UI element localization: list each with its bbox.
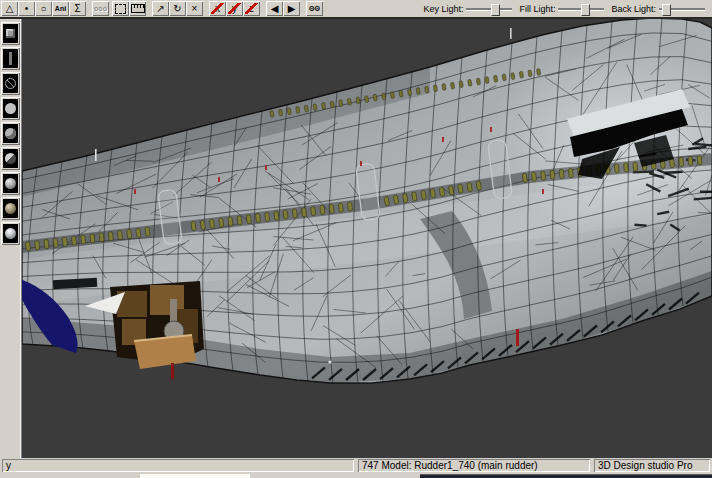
render-mode-smooth-shaded[interactable] xyxy=(1,172,20,195)
measure-ruler-button[interactable] xyxy=(129,1,146,16)
ruler-icon xyxy=(131,4,145,13)
render-mode-flat-shaded-icon xyxy=(5,128,16,139)
model-canvas[interactable] xyxy=(22,19,712,458)
circle-tool-icon: ○ xyxy=(40,4,46,14)
scale-view-icon: × xyxy=(192,4,198,14)
render-mode-wireframe-face xyxy=(3,74,18,93)
previous-icon: ◀ xyxy=(271,4,279,14)
render-mode-hidden-line-face xyxy=(3,99,18,118)
red-slash-overlay xyxy=(245,3,258,14)
render-mode-smooth-shaded-icon xyxy=(5,178,16,189)
key-light-control: Key Light: xyxy=(423,4,512,14)
lights-icon: ooo xyxy=(94,5,107,12)
fill-light-thumb[interactable] xyxy=(581,4,590,16)
lights-button[interactable]: ooo xyxy=(92,1,109,16)
red-slash-overlay xyxy=(228,3,241,14)
white-speck xyxy=(328,360,331,363)
fill-light-label: Fill Light: xyxy=(519,4,555,14)
render-mode-flat-shaded-face xyxy=(3,124,18,143)
back-light-control: Back Light: xyxy=(611,4,705,14)
red-slash-overlay xyxy=(211,3,224,14)
fill-light-control: Fill Light: xyxy=(519,4,604,14)
render-mode-bounding-box-icon xyxy=(6,29,15,38)
statusbar-model-text: 747 Model: Rudder1_740 (main rudder) xyxy=(362,460,538,471)
lock-z-axis-button[interactable]: z xyxy=(243,1,260,16)
sigma-tool-icon: Σ xyxy=(74,4,80,14)
render-mode-bounding-box[interactable] xyxy=(1,22,20,45)
triangle-tool-icon: △ xyxy=(6,4,14,14)
select-region-button[interactable] xyxy=(112,1,129,16)
point-tool-button[interactable]: • xyxy=(18,1,35,16)
red-antenna-left xyxy=(171,363,174,379)
render-mode-bounding-box-face xyxy=(3,24,18,43)
statusbar-coordinate-label: y xyxy=(6,460,11,471)
render-mode-half-shaded-face xyxy=(3,149,18,168)
circle-tool-button[interactable]: ○ xyxy=(35,1,52,16)
triangle-tool-button[interactable]: △ xyxy=(1,1,18,16)
pan-view-button[interactable]: ↗ xyxy=(152,1,169,16)
render-mode-textured[interactable] xyxy=(1,197,20,220)
find-binoculars-button[interactable]: ʘʘ xyxy=(306,1,323,16)
render-mode-smooth-shaded-face xyxy=(3,174,18,193)
lock-x-axis-button[interactable]: x xyxy=(209,1,226,16)
lock-y-axis-button[interactable]: y xyxy=(226,1,243,16)
render-mode-textured-face xyxy=(3,199,18,218)
viewport-3d[interactable] xyxy=(22,19,712,458)
render-mode-wireframe-icon xyxy=(5,78,16,89)
render-mode-points-icon xyxy=(9,52,12,65)
find-binoculars-icon: ʘʘ xyxy=(309,5,320,12)
render-mode-half-shaded-icon xyxy=(5,153,16,164)
sigma-tool-button[interactable]: Σ xyxy=(69,1,86,16)
render-mode-points[interactable] xyxy=(1,47,20,70)
background-window-strip xyxy=(0,474,712,478)
rotate-view-icon: ↻ xyxy=(173,4,181,14)
back-light-label: Back Light: xyxy=(611,4,656,14)
back-light-track[interactable] xyxy=(659,8,705,10)
key-light-thumb[interactable] xyxy=(491,4,500,16)
statusbar-coordinate-panel: y xyxy=(2,459,354,472)
back-light-thumb[interactable] xyxy=(662,4,671,16)
render-mode-half-shaded[interactable] xyxy=(1,147,20,170)
previous-button[interactable]: ◀ xyxy=(266,1,283,16)
render-mode-flat-shaded[interactable] xyxy=(1,122,20,145)
background-window-light xyxy=(140,474,250,478)
next-icon: ▶ xyxy=(288,4,296,14)
render-mode-textured-icon xyxy=(5,203,16,214)
red-antenna-right xyxy=(516,329,519,346)
point-tool-icon: • xyxy=(25,4,29,14)
render-mode-hidden-line-icon xyxy=(5,103,16,114)
animation-tool-icon: Ani xyxy=(55,5,66,12)
toolbar-buttons: △•○AniΣooo↗↻×xyz◀▶ʘʘ xyxy=(1,1,323,16)
key-light-label: Key Light: xyxy=(423,4,463,14)
statusbar: y 747 Model: Rudder1_740 (main rudder) 3… xyxy=(0,458,712,474)
render-mode-points-face xyxy=(3,49,18,68)
statusbar-app-panel: 3D Design studio Pro xyxy=(594,459,710,472)
key-light-track[interactable] xyxy=(466,8,512,10)
pan-view-icon: ↗ xyxy=(156,4,164,14)
render-mode-toolbar xyxy=(0,19,22,458)
dashed-selection-icon xyxy=(115,4,126,14)
main-toolbar: △•○AniΣooo↗↻×xyz◀▶ʘʘ Key Light:Fill Ligh… xyxy=(0,0,712,19)
scale-view-button[interactable]: × xyxy=(186,1,203,16)
render-mode-wireframe[interactable] xyxy=(1,72,20,95)
render-mode-textured-lit[interactable] xyxy=(1,222,20,245)
rotate-view-button[interactable]: ↻ xyxy=(169,1,186,16)
next-button[interactable]: ▶ xyxy=(283,1,300,16)
fill-light-track[interactable] xyxy=(558,8,604,10)
light-controls: Key Light:Fill Light:Back Light: xyxy=(423,4,712,14)
statusbar-model-panel: 747 Model: Rudder1_740 (main rudder) xyxy=(358,459,590,472)
white-antenna-right xyxy=(510,28,512,39)
animation-tool-button[interactable]: Ani xyxy=(52,1,69,16)
render-mode-textured-lit-face xyxy=(3,224,18,243)
background-window-dark xyxy=(420,474,712,478)
white-antenna-left xyxy=(95,149,97,161)
statusbar-app-text: 3D Design studio Pro xyxy=(598,460,693,471)
render-mode-hidden-line[interactable] xyxy=(1,97,20,120)
render-mode-textured-lit-icon xyxy=(5,228,16,239)
